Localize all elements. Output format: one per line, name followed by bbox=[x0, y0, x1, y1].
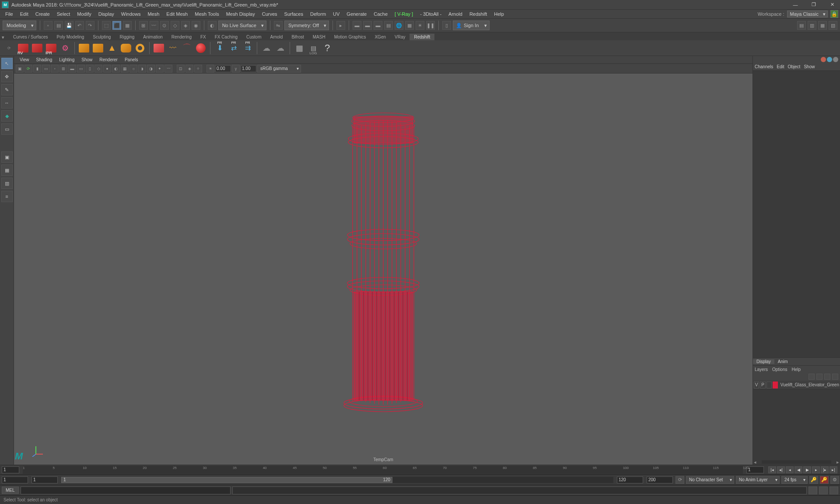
toggle-modelingtoolkit-icon[interactable]: ▧ bbox=[829, 21, 837, 30]
pt-lock-cam-icon[interactable]: ⟳ bbox=[24, 65, 32, 73]
menu-modify[interactable]: Modify bbox=[74, 11, 94, 17]
playback-start-field[interactable] bbox=[32, 476, 58, 483]
panel-menu-panels[interactable]: Panels bbox=[122, 57, 141, 62]
lightlink-icon[interactable]: ☀ bbox=[416, 21, 424, 30]
layer-tab-anim[interactable]: Anim bbox=[774, 359, 791, 364]
menu-edit[interactable]: Edit bbox=[17, 11, 32, 17]
range-handle[interactable]: 1 120 bbox=[61, 477, 392, 483]
shelf-tab-bifrost[interactable]: Bifrost bbox=[287, 34, 308, 40]
shelf-light-sphere-icon[interactable] bbox=[194, 42, 207, 55]
scale-tool-icon[interactable]: ▭ bbox=[1, 123, 13, 135]
layer-moveup-icon[interactable] bbox=[808, 374, 815, 380]
wireframe-model[interactable] bbox=[342, 108, 425, 414]
paint-tool-icon[interactable]: ✎ bbox=[1, 84, 13, 95]
menu-mesh[interactable]: Mesh bbox=[144, 11, 163, 17]
symmetry-dropdown[interactable]: Symmetry: Off bbox=[284, 21, 329, 30]
workspace-dropdown[interactable]: Maya Classic bbox=[787, 10, 828, 18]
shelf-tab-redshift[interactable]: Redshift bbox=[410, 34, 434, 40]
shelf-proxy-pr3-icon[interactable]: ⇉PR bbox=[241, 42, 254, 55]
rotate-tool-icon[interactable]: ◆ bbox=[1, 110, 13, 122]
signin-dropdown[interactable]: 👤 Sign In bbox=[453, 21, 490, 30]
menu-3dtoall[interactable]: - 3DtoAll - bbox=[416, 11, 445, 17]
character-set-dropdown[interactable]: No Character Set bbox=[686, 476, 734, 484]
script-editor-icon[interactable] bbox=[830, 486, 838, 494]
panel-menu-shading[interactable]: Shading bbox=[33, 57, 56, 62]
autokey-icon[interactable]: 🔑 bbox=[809, 476, 818, 484]
shelf-prim-grid-icon[interactable] bbox=[91, 42, 105, 55]
layer-scrollbar[interactable]: ◂▸ bbox=[753, 459, 840, 465]
shelf-tab-fx[interactable]: FX bbox=[196, 34, 210, 40]
shelf-proxy-pr1-icon[interactable]: ⬇PR bbox=[213, 42, 226, 55]
select-hierarchy-icon[interactable]: ⬚ bbox=[102, 21, 111, 30]
shelf-tab-curves[interactable]: Curves / Surfaces bbox=[9, 34, 52, 40]
fps-dropdown[interactable]: 24 fps bbox=[781, 476, 808, 484]
range-track[interactable]: 1 120 bbox=[61, 477, 613, 483]
layer-type-toggle[interactable] bbox=[766, 382, 772, 388]
snap-point-icon[interactable]: ⊙ bbox=[160, 21, 169, 30]
snap-live-icon[interactable]: ◈ bbox=[181, 21, 190, 30]
layer-name[interactable]: Vuelift_Glass_Elevator_Green bbox=[780, 382, 839, 387]
cb-channels[interactable]: Channels bbox=[755, 64, 773, 69]
snap-plane-icon[interactable]: ◇ bbox=[171, 21, 179, 30]
menu-deform[interactable]: Deform bbox=[307, 11, 329, 17]
menu-curves[interactable]: Curves bbox=[259, 11, 281, 17]
menu-arnold[interactable]: Arnold bbox=[445, 11, 466, 17]
ipr-render-icon[interactable]: ▬ bbox=[363, 21, 372, 30]
layer-movedown-icon[interactable] bbox=[816, 374, 822, 380]
shelf-tab-arnold[interactable]: Arnold bbox=[266, 34, 287, 40]
toggle-channelbox-icon[interactable]: ▤ bbox=[797, 21, 806, 30]
outliner-toggle-icon[interactable]: ≡ bbox=[1, 191, 13, 202]
live-surface-dropdown[interactable]: No Live Surface bbox=[218, 21, 266, 30]
menu-redshift[interactable]: Redshift bbox=[466, 11, 490, 17]
pause-icon[interactable]: ❚❚ bbox=[426, 21, 435, 30]
pt-iso-icon[interactable]: ⊡ bbox=[177, 65, 185, 73]
manip-grey-icon[interactable] bbox=[833, 57, 838, 62]
range-loop-icon[interactable]: ⟳ bbox=[676, 476, 684, 484]
shelf-tab-polymodeling[interactable]: Poly Modeling bbox=[52, 34, 88, 40]
render-frame-icon[interactable]: ▬ bbox=[353, 21, 361, 30]
workspace-lock-icon[interactable]: 🔒 bbox=[830, 10, 838, 18]
snap-view-icon[interactable]: ◉ bbox=[192, 21, 200, 30]
time-track[interactable]: 1510152025303540455055606570758085909510… bbox=[23, 466, 743, 474]
shelf-prim-cylinder-icon[interactable] bbox=[119, 42, 133, 55]
cmd-btn-1[interactable] bbox=[808, 486, 817, 494]
pt-aa-icon[interactable]: ✦ bbox=[156, 65, 164, 73]
range-start-field[interactable] bbox=[2, 476, 28, 483]
render-sequence-icon[interactable]: ▬ bbox=[374, 21, 382, 30]
panel-menu-lighting[interactable]: Lighting bbox=[56, 57, 77, 62]
pt-2d-icon[interactable]: ▫ bbox=[51, 65, 59, 73]
pt-xray-icon[interactable]: ◈ bbox=[186, 65, 193, 73]
pt-bookmark-icon[interactable]: ▮ bbox=[33, 65, 41, 73]
menu-select[interactable]: Select bbox=[53, 11, 74, 17]
history-toggle-icon[interactable]: ▸ bbox=[336, 21, 345, 30]
menu-surfaces[interactable]: Surfaces bbox=[281, 11, 307, 17]
shelf-tab-sculpting[interactable]: Sculpting bbox=[88, 34, 115, 40]
menu-uv[interactable]: UV bbox=[329, 11, 343, 17]
shelf-tab-mash[interactable]: MASH bbox=[308, 34, 330, 40]
anim-layer-dropdown[interactable]: No Anim Layer bbox=[736, 476, 780, 484]
menu-meshdisplay[interactable]: Mesh Display bbox=[223, 11, 259, 17]
hypershade-globe-icon[interactable]: 🌐 bbox=[395, 21, 403, 30]
current-time-field-right[interactable] bbox=[746, 466, 764, 473]
cb-edit[interactable]: Edit bbox=[777, 64, 784, 69]
pt-res-icon[interactable]: ▯ bbox=[86, 65, 94, 73]
shelf-tab-custom[interactable]: Custom bbox=[242, 34, 266, 40]
pt-shadow-icon[interactable]: ◗ bbox=[138, 65, 146, 73]
set-key-icon[interactable]: 🔑 bbox=[820, 476, 829, 484]
shelf-ipr-icon[interactable]: IPR bbox=[45, 42, 58, 55]
shelf-tab-animation[interactable]: Animation bbox=[139, 34, 167, 40]
menu-display[interactable]: Display bbox=[95, 11, 118, 17]
colorspace-dropdown[interactable]: sRGB gamma bbox=[257, 65, 301, 73]
panel-menu-renderer[interactable]: Renderer bbox=[96, 57, 121, 62]
render-settings-icon[interactable]: ▤ bbox=[384, 21, 393, 30]
shelf-tab-rigging[interactable]: Rigging bbox=[115, 34, 139, 40]
menuset-dropdown[interactable]: Modeling bbox=[3, 21, 36, 30]
menu-file[interactable]: File bbox=[2, 11, 17, 17]
shelf-rvclap-icon[interactable] bbox=[31, 42, 44, 55]
panel-layout-icon[interactable]: ▯ bbox=[442, 21, 451, 30]
menu-vray[interactable]: [ V-Ray ] bbox=[391, 11, 416, 17]
play-back-icon[interactable]: ◀ bbox=[794, 466, 802, 473]
pt-shade-wire-icon[interactable]: ◇ bbox=[94, 65, 102, 73]
layer-color-swatch[interactable] bbox=[773, 382, 778, 388]
shelf-log-icon[interactable]: ▤LOG bbox=[307, 42, 320, 55]
